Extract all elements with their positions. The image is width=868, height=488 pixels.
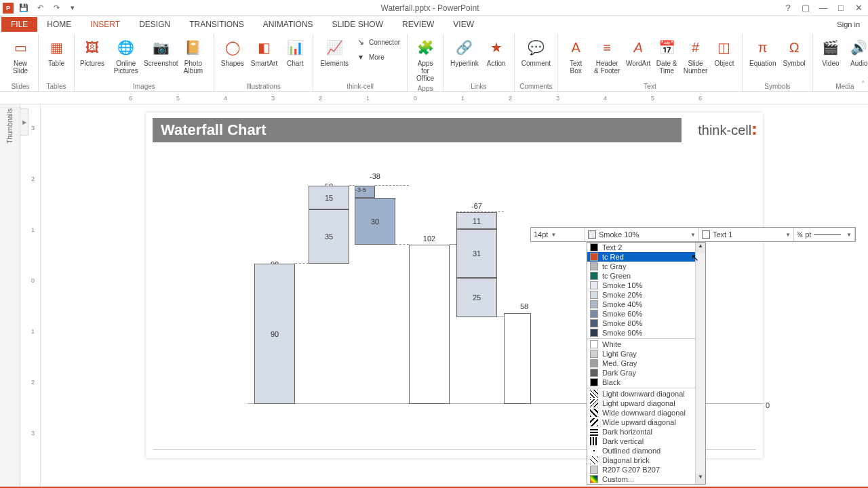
save-icon[interactable]: 💾	[18, 2, 30, 14]
dropdown-item[interactable]: Smoke 60%	[587, 309, 705, 319]
scroll-down-icon[interactable]: ▼	[696, 474, 705, 484]
tab-design[interactable]: DESIGN	[130, 17, 180, 32]
tab-file[interactable]: FILE	[1, 17, 37, 32]
online-pictures-button[interactable]: 🌐Online Pictures	[107, 35, 145, 76]
ribbon-collapse-icon[interactable]: ˄	[861, 80, 865, 89]
tab-transitions[interactable]: TRANSITIONS	[180, 17, 254, 32]
bar-segment[interactable]	[409, 245, 450, 404]
datetime-button[interactable]: 📅Date & Time	[653, 35, 680, 76]
chevron-down-icon[interactable]: ▼	[551, 232, 556, 238]
action-button[interactable]: ★Action	[483, 35, 510, 68]
pictures-button[interactable]: 🖼Pictures	[79, 35, 106, 68]
hyperlink-button[interactable]: 🔗Hyperlink	[448, 35, 481, 68]
dropdown-item[interactable]: Smoke 80%	[587, 319, 705, 328]
connector-line	[497, 317, 504, 317]
group-media: Media	[817, 81, 868, 92]
slide-title: Waterfall Chart	[153, 118, 682, 142]
elements-button[interactable]: 📈Elements	[317, 35, 351, 68]
dropdown-item[interactable]: tc Red	[587, 252, 705, 262]
dropdown-item[interactable]: Light upward diagonal	[587, 399, 705, 408]
dropdown-item[interactable]: Diagonal brick	[587, 455, 705, 465]
undo-icon[interactable]: ↶	[34, 2, 46, 14]
connector-line	[456, 211, 504, 212]
table-button[interactable]: ▦Table	[43, 35, 70, 68]
chevron-down-icon[interactable]: ▼	[846, 232, 852, 238]
bar-segment[interactable]: 31	[456, 229, 497, 278]
bar-segment[interactable]: 90	[254, 264, 295, 404]
chevron-down-icon[interactable]: ▼	[690, 232, 696, 238]
dropdown-item[interactable]: Light Gray	[587, 349, 705, 359]
minimize-icon[interactable]: —	[816, 2, 830, 14]
qat-customize-icon[interactable]: ▾	[66, 2, 79, 14]
chevron-down-icon[interactable]: ▼	[785, 232, 791, 238]
thumbnails-expand-icon[interactable]: ▶	[20, 108, 28, 136]
dropdown-item[interactable]: Smoke 10%	[587, 281, 705, 290]
bar-segment[interactable]: -3-5	[355, 186, 375, 198]
shapes-button[interactable]: ◯Shapes	[218, 35, 247, 68]
text-color-combo[interactable]: Text 1▼	[699, 228, 794, 241]
tab-home[interactable]: HOME	[37, 17, 81, 32]
dropdown-item[interactable]: R207 G207 B207	[587, 465, 705, 474]
equation-button[interactable]: πEquation	[747, 35, 778, 68]
fill-color-combo[interactable]: Smoke 10%▼	[585, 228, 699, 241]
bar-segment[interactable]: 15	[309, 186, 349, 209]
dropdown-item[interactable]: Outlined diamond	[587, 446, 705, 455]
dropdown-item[interactable]: tc Green	[587, 271, 705, 281]
maximize-icon[interactable]: □	[834, 2, 848, 14]
bar-segment[interactable]: 11	[456, 212, 497, 229]
dropdown-item[interactable]: Black	[587, 378, 705, 387]
line-weight-combo[interactable]: ¾ pt ▼	[794, 228, 855, 241]
wordart-button[interactable]: AWordArt	[625, 35, 652, 68]
object-button[interactable]: ◫Object	[711, 35, 738, 68]
tab-insert[interactable]: INSERT	[81, 17, 130, 32]
dropdown-item[interactable]: Dark Gray	[587, 368, 705, 378]
dropdown-item[interactable]: Dark horizontal	[587, 427, 705, 436]
dropdown-item[interactable]: White	[587, 340, 705, 349]
more-button[interactable]: ▾More	[353, 50, 403, 64]
dropdown-item[interactable]: Smoke 90%	[587, 328, 705, 338]
tab-review[interactable]: REVIEW	[393, 17, 443, 32]
connector-button[interactable]: ↘Connector	[353, 35, 403, 49]
close-icon[interactable]: ✕	[852, 2, 865, 14]
audio-button[interactable]: 🔊Audio	[846, 35, 868, 68]
tab-view[interactable]: VIEW	[443, 17, 484, 32]
dropdown-item[interactable]: Custom...	[587, 474, 705, 484]
bar-segment[interactable]: 30	[355, 198, 395, 245]
font-size-combo[interactable]: 14pt▼	[531, 228, 585, 241]
signin-link[interactable]: Sign in	[829, 18, 868, 31]
photo-album-button[interactable]: 📔Photo Album	[177, 35, 210, 76]
dropdown-item[interactable]: Dark vertical	[587, 436, 705, 446]
redo-icon[interactable]: ↷	[50, 2, 62, 14]
slide-area: Waterfall Chart think-cell■■ 90 90 50 15…	[41, 104, 868, 487]
scroll-up-icon[interactable]: ▲	[696, 243, 705, 253]
dropdown-item[interactable]: Wide downward diagonal	[587, 408, 705, 418]
video-button[interactable]: 🎬Video	[817, 35, 844, 68]
dropdown-item[interactable]: tc Gray	[587, 262, 705, 271]
connector-line	[395, 244, 409, 245]
dropdown-item[interactable]: Med. Gray	[587, 359, 705, 368]
textbox-button[interactable]: AText Box	[562, 35, 589, 76]
bar-segment[interactable]: 25	[456, 278, 497, 317]
dropdown-item[interactable]: Smoke 20%	[587, 290, 705, 300]
bar-segment[interactable]	[504, 313, 531, 404]
ribbon: ▭New Slide Slides ▦Table Tables 🖼Picture…	[0, 33, 868, 92]
dropdown-item[interactable]: Wide upward diagonal	[587, 418, 705, 427]
dropdown-item[interactable]: Light downward diagonal	[587, 389, 705, 399]
dropdown-item[interactable]: Smoke 40%	[587, 300, 705, 309]
slide-number-button[interactable]: #Slide Number	[682, 35, 709, 76]
symbol-button[interactable]: ΩSymbol	[780, 35, 808, 68]
chart-button[interactable]: 📊Chart	[281, 35, 309, 68]
new-slide-button[interactable]: ▭New Slide	[7, 35, 34, 76]
dropdown-item[interactable]: Text 2	[587, 243, 705, 252]
bar-segment[interactable]: 35	[309, 209, 349, 264]
apps-button[interactable]: 🧩Apps for Office	[412, 35, 439, 83]
ribbon-display-icon[interactable]: ▢	[799, 2, 812, 14]
tab-animations[interactable]: ANIMATIONS	[254, 17, 323, 32]
line-weight-value: ¾ pt	[797, 230, 811, 239]
tab-slideshow[interactable]: SLIDE SHOW	[323, 17, 393, 32]
help-icon[interactable]: ?	[781, 2, 795, 14]
smartart-button[interactable]: ◧SmartArt	[248, 35, 280, 68]
screenshot-button[interactable]: 📷Screenshot	[146, 35, 176, 68]
header-footer-button[interactable]: ≡Header & Footer	[591, 35, 623, 76]
comment-button[interactable]: 💬Comment	[519, 35, 553, 68]
